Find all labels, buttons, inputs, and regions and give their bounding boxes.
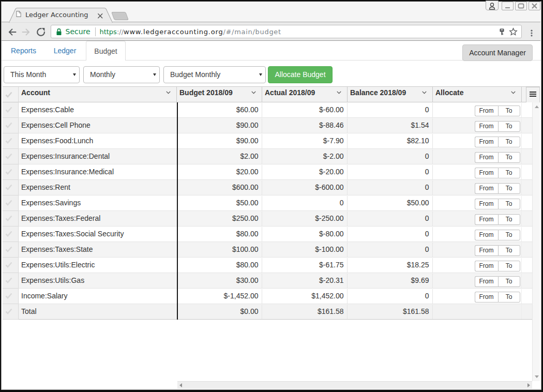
- allocate-to-button[interactable]: To: [498, 199, 520, 209]
- allocate-from-button[interactable]: From: [475, 183, 498, 194]
- horizontal-scrollbar[interactable]: [177, 381, 532, 389]
- allocate-to-button[interactable]: To: [498, 276, 520, 287]
- scroll-right-arrow[interactable]: [527, 383, 530, 387]
- chevron-down-icon[interactable]: [422, 91, 427, 94]
- table-row[interactable]: Expenses:Cell Phone $90.00 $-88.46 $1.54…: [3, 118, 532, 133]
- allocate-from-button[interactable]: From: [475, 292, 498, 303]
- tab-close-icon[interactable]: [97, 12, 104, 20]
- tab-reports[interactable]: Reports: [4, 41, 43, 61]
- row-select-cell[interactable]: [3, 149, 19, 164]
- row-select-cell[interactable]: [3, 180, 19, 195]
- row-select-cell[interactable]: [3, 118, 19, 133]
- address-bar[interactable]: Secure https://www.ledgeraccounting.org/…: [51, 25, 522, 38]
- account-cell: Expenses:Cable: [19, 103, 177, 117]
- allocate-to-button[interactable]: To: [498, 230, 520, 240]
- allocate-from-button[interactable]: From: [475, 152, 498, 163]
- allocate-to-button[interactable]: To: [498, 261, 520, 272]
- chevron-down-icon[interactable]: [511, 91, 516, 94]
- table-row[interactable]: Expenses:Utils:Gas $30.00 $-20.31 $9.69 …: [3, 273, 532, 289]
- account-manager-button[interactable]: Account Manager: [462, 44, 533, 61]
- allocate-from-button[interactable]: From: [475, 214, 498, 225]
- chevron-down-icon[interactable]: [337, 91, 341, 94]
- allocate-to-button[interactable]: To: [498, 214, 520, 225]
- back-button[interactable]: [7, 26, 18, 38]
- scroll-up-arrow[interactable]: [535, 105, 539, 108]
- allocate-from-button[interactable]: From: [475, 168, 498, 178]
- table-row[interactable]: Total $0.00 $161.58 $161.58: [3, 304, 532, 320]
- row-select-cell[interactable]: [3, 304, 19, 320]
- row-select-cell[interactable]: [3, 133, 19, 149]
- table-row[interactable]: Income:Salary $-1,452.00 $1,452.00 0 Fro…: [3, 289, 532, 304]
- allocate-from-button[interactable]: From: [475, 276, 498, 287]
- table-row[interactable]: Expenses:Taxes:Social Security $80.00 $-…: [3, 227, 532, 242]
- allocate-from-button[interactable]: From: [475, 137, 498, 147]
- allocate-budget-button[interactable]: Allocate Budget: [268, 66, 333, 83]
- allocate-to-button[interactable]: To: [498, 245, 520, 256]
- secure-padlock-icon: [56, 28, 62, 36]
- window-maximize-button[interactable]: [515, 2, 527, 10]
- table-row[interactable]: Expenses:Insurance:Medical $20.00 $-20.0…: [3, 164, 532, 180]
- vertical-scrollbar[interactable]: [532, 102, 540, 381]
- grid-menu-button[interactable]: [526, 87, 540, 103]
- allocate-to-button[interactable]: To: [498, 183, 520, 194]
- scroll-left-arrow[interactable]: [179, 383, 182, 387]
- account-cell: Expenses:Taxes:State: [19, 243, 177, 257]
- allocate-to-button[interactable]: To: [498, 152, 520, 163]
- allocate-to-button[interactable]: To: [498, 137, 520, 147]
- allocate-to-button[interactable]: To: [498, 121, 520, 132]
- row-select-cell[interactable]: [3, 242, 19, 258]
- table-row[interactable]: Expenses:Utils:Electric $80.00 $-61.75 $…: [3, 258, 532, 273]
- allocate-from-button[interactable]: From: [475, 121, 498, 132]
- table-row[interactable]: Expenses:Cable $60.00 $-60.00 0 From To: [3, 102, 532, 118]
- tab-ledger[interactable]: Ledger: [45, 41, 85, 61]
- window-close-button[interactable]: [529, 2, 540, 10]
- period-select[interactable]: This Month: [4, 66, 80, 83]
- row-select-cell[interactable]: [3, 164, 19, 180]
- budget-cell: $90.00: [178, 118, 262, 133]
- allocate-from-button[interactable]: From: [475, 261, 498, 272]
- table-row[interactable]: Expenses:Taxes:Federal $250.00 $-250.00 …: [3, 211, 532, 227]
- forward-button[interactable]: [20, 26, 32, 38]
- window-minimize-button[interactable]: [502, 2, 514, 10]
- table-row[interactable]: Expenses:Taxes:State $100.00 $-100.00 0 …: [3, 242, 532, 258]
- allocate-to-button[interactable]: To: [498, 292, 520, 303]
- header-budget[interactable]: Budget 2018/09: [177, 87, 262, 102]
- allocate-from-button[interactable]: From: [475, 245, 498, 256]
- header-balance[interactable]: Balance 2018/09: [348, 87, 433, 102]
- table-row[interactable]: Expenses:Insurance:Dental $2.00 $-2.00 0…: [3, 149, 532, 164]
- column-label: Allocate: [435, 88, 463, 97]
- row-select-cell[interactable]: [3, 258, 19, 273]
- header-account[interactable]: Account: [19, 87, 177, 102]
- row-select-cell[interactable]: [3, 273, 19, 289]
- allocate-cell: From To: [433, 258, 522, 273]
- allocate-to-button[interactable]: To: [498, 168, 520, 178]
- allocate-from-button[interactable]: From: [475, 105, 498, 116]
- profile-button[interactable]: [486, 1, 499, 10]
- table-row[interactable]: Expenses:Rent $600.00 $-600.00 0 From To: [3, 180, 532, 195]
- row-select-cell[interactable]: [3, 211, 19, 227]
- row-select-cell[interactable]: [3, 289, 19, 304]
- frequency-select[interactable]: Monthly: [83, 66, 160, 83]
- row-select-cell[interactable]: [3, 195, 19, 211]
- row-select-cell[interactable]: [3, 102, 19, 118]
- allocate-from-button[interactable]: From: [475, 199, 498, 209]
- table-row[interactable]: Expenses:Savings $50.00 0 $50.00 From To: [3, 195, 532, 211]
- table-row[interactable]: Expenses:Food:Lunch $90.00 $-7.90 $82.10…: [3, 133, 532, 149]
- allocate-from-button[interactable]: From: [475, 230, 498, 240]
- bookmark-star-icon[interactable]: [509, 27, 518, 36]
- scroll-down-arrow[interactable]: [535, 375, 539, 378]
- reload-button[interactable]: [35, 26, 47, 38]
- check-icon: [5, 231, 12, 237]
- header-allocate[interactable]: Allocate: [433, 87, 522, 102]
- budget-type-select[interactable]: Budget Monthly: [163, 66, 266, 83]
- header-select-all[interactable]: [3, 87, 19, 102]
- allocate-to-button[interactable]: To: [498, 105, 520, 116]
- row-select-cell[interactable]: [3, 227, 19, 242]
- key-icon[interactable]: [500, 28, 504, 35]
- browser-menu-icon[interactable]: [530, 29, 534, 37]
- budget-cell: $-1,452.00: [178, 289, 262, 304]
- tab-budget[interactable]: Budget: [86, 41, 126, 61]
- chevron-down-icon[interactable]: [166, 91, 171, 94]
- chevron-down-icon[interactable]: [251, 91, 256, 94]
- header-actual[interactable]: Actual 2018/09: [262, 87, 348, 102]
